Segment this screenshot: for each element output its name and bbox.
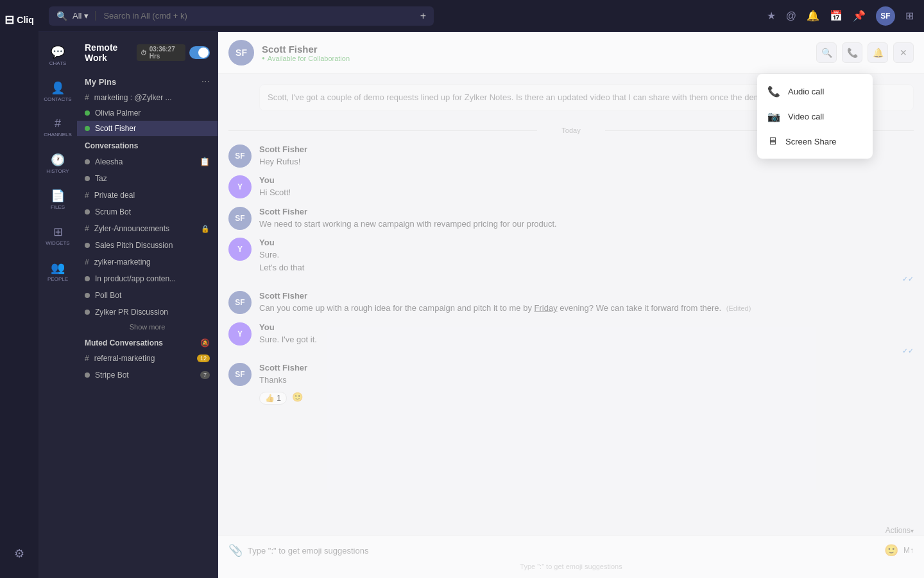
mention-icon[interactable]: @ [786, 10, 796, 22]
user-avatar-top[interactable]: SF [876, 6, 895, 26]
message-group: SF Scott Fisher Can you come up with a r… [228, 291, 914, 315]
video-call-option[interactable]: 📷 Video call [757, 104, 873, 129]
muted-title: Muted Conversations [85, 338, 196, 347]
sender-avatar: Y [228, 175, 252, 198]
status-dot [85, 293, 90, 298]
emoji-add-button[interactable]: 🙂 [292, 392, 303, 402]
actions-button[interactable]: Actions [886, 526, 911, 535]
conv-item-scrum-bot[interactable]: Scrum Bot [77, 204, 218, 220]
conv-item-poll-bot[interactable]: Poll Bot [77, 287, 218, 304]
search-icon: 🔍 [56, 11, 67, 21]
people-icon: 👥 [51, 261, 65, 275]
conv-item-product-app[interactable]: In product/app conten... [77, 270, 218, 287]
pin-item-scott[interactable]: Scott Fisher [77, 121, 218, 136]
sender-avatar: SF [228, 363, 252, 386]
actions-bar: Actions ▾ [218, 523, 924, 535]
status-dot [85, 110, 90, 116]
nav-item-settings[interactable]: ⚙ [3, 537, 36, 570]
chat-user-info: Scott Fisher Available for Collaboration [262, 44, 816, 62]
notification-icon[interactable]: 🔔 [807, 10, 819, 22]
star-icon[interactable]: ★ [767, 10, 776, 22]
conv-item-zylker-marketing[interactable]: # zylker-marketing [77, 254, 218, 270]
more-options-button[interactable]: M↑ [903, 546, 914, 555]
pin-item-olivia[interactable]: Olivia Palmer [77, 105, 218, 121]
grid-icon[interactable]: ⊞ [905, 10, 914, 22]
panel-item-files[interactable]: 📄 FILES [42, 184, 73, 215]
message-input[interactable] [248, 546, 879, 556]
timer-badge: ⏱ 03:36:27 Hrs [137, 44, 186, 61]
close-chat-button[interactable]: ✕ [893, 42, 914, 63]
audio-call-icon: 📞 [767, 85, 780, 98]
search-chat-button[interactable]: 🔍 [816, 42, 837, 63]
status-dot [85, 209, 90, 215]
widgets-icon: ⊞ [53, 225, 63, 239]
conv-item-stripe-bot[interactable]: Stripe Bot 7 [77, 367, 218, 383]
search-container[interactable]: 🔍 All ▾ + [49, 6, 434, 26]
input-hint: Type ":" to get emoji suggestions [228, 563, 914, 570]
panel-item-history[interactable]: 🕐 HISTORY [42, 148, 73, 179]
pins-title: My Pins [85, 77, 116, 87]
chat-input-area: 📎 🙂 M↑ Type ":" to get emoji suggestions [218, 535, 924, 578]
status-dot [85, 243, 90, 248]
status-dot [85, 159, 90, 164]
call-button[interactable]: 📞 [842, 42, 862, 63]
calendar-icon[interactable]: 📅 [830, 10, 843, 22]
chat-user-avatar: SF [228, 40, 254, 66]
nav-sidebar: ⊟ Cliq ⚙ [0, 0, 38, 578]
status-dot [85, 310, 90, 315]
muted-header: Muted Conversations 🔕 [77, 333, 218, 350]
search-input[interactable] [103, 11, 415, 21]
pin-item-marketing[interactable]: # marketing : @Zylker ... [77, 90, 218, 105]
sender-avatar: Y [228, 238, 252, 261]
video-call-icon: 📷 [767, 110, 780, 123]
conv-item-zyler-announcements[interactable]: # Zyler-Announcements 🔒 [77, 220, 218, 237]
conv-item-zylker-pr[interactable]: Zylker PR Discussion [77, 304, 218, 320]
status-dot [85, 126, 90, 131]
sender-avatar: SF [228, 144, 252, 168]
history-icon: 🕐 [51, 153, 65, 167]
nav-bottom: ⚙ [3, 537, 36, 570]
search-filter[interactable]: All ▾ [73, 11, 96, 21]
workspace-name: Remote Work [85, 42, 137, 63]
sender-avatar: SF [228, 291, 252, 314]
panel-item-people[interactable]: 👥 PEOPLE [42, 256, 73, 286]
pins-more-button[interactable]: ··· [201, 76, 210, 87]
panel-item-contacts[interactable]: 👤 CONTACTS [42, 76, 73, 107]
notification-chat-button[interactable]: 🔔 [868, 42, 888, 63]
attach-button[interactable]: 📎 [228, 543, 243, 557]
panel-item-widgets[interactable]: ⊞ WIDGETS [42, 220, 73, 250]
conv-item-private-deal[interactable]: # Private deal [77, 187, 218, 204]
emoji-reaction[interactable]: 👍 1 [259, 392, 287, 405]
app-logo[interactable]: ⊟ Cliq [0, 8, 39, 32]
status-dot [85, 372, 90, 378]
emoji-button[interactable]: 🙂 [884, 543, 898, 557]
workspace-toggle[interactable] [189, 46, 210, 59]
top-bar-actions: ★ @ 🔔 📅 📌 SF ⊞ [767, 6, 914, 26]
message-group: Y You Sure. I've got it. ✓✓ [228, 322, 914, 356]
panel-item-channels[interactable]: # CHANNELS [42, 112, 73, 143]
panel-item-chats[interactable]: 💬 CHATS [42, 40, 73, 71]
conv-item-aleesha[interactable]: Aleesha 📋 [77, 153, 218, 170]
conv-item-sales-pitch[interactable]: Sales Pitch Discussion [77, 237, 218, 254]
conversations-panel: Remote Work ⏱ 03:36:27 Hrs My Pins ··· #… [77, 32, 218, 578]
show-more-button[interactable]: Show more [77, 320, 218, 333]
timer-value: 03:36:27 Hrs [150, 46, 182, 60]
chevron-down-icon: ▾ [84, 11, 89, 21]
panel-sidebar: 💬 CHATS 👤 CONTACTS # CHANNELS 🕐 HISTORY … [38, 32, 77, 578]
read-receipt: ✓✓ [259, 275, 914, 283]
screen-share-option[interactable]: 🖥 Screen Share [757, 129, 873, 153]
search-add-button[interactable]: + [420, 10, 426, 22]
muted-icon: 🔕 [200, 338, 210, 347]
input-row: 📎 🙂 M↑ [228, 543, 914, 557]
channels-icon: # [55, 117, 61, 130]
pin-icon[interactable]: 📌 [853, 10, 866, 22]
conv-item-taz[interactable]: Taz [77, 170, 218, 187]
chat-header-actions: 🔍 📞 🔔 ✕ [816, 42, 914, 63]
screen-share-icon: 🖥 [767, 136, 778, 147]
conv-item-referral-marketing[interactable]: # referral-marketing 12 [77, 350, 218, 367]
message-group: SF Scott Fisher We need to start working… [228, 207, 914, 231]
pins-header: My Pins ··· [77, 71, 218, 90]
audio-call-option[interactable]: 📞 Audio call [757, 79, 873, 104]
chats-icon: 💬 [51, 45, 65, 59]
message-group: SF Scott Fisher Thanks 👍 1 🙂 [228, 363, 914, 405]
